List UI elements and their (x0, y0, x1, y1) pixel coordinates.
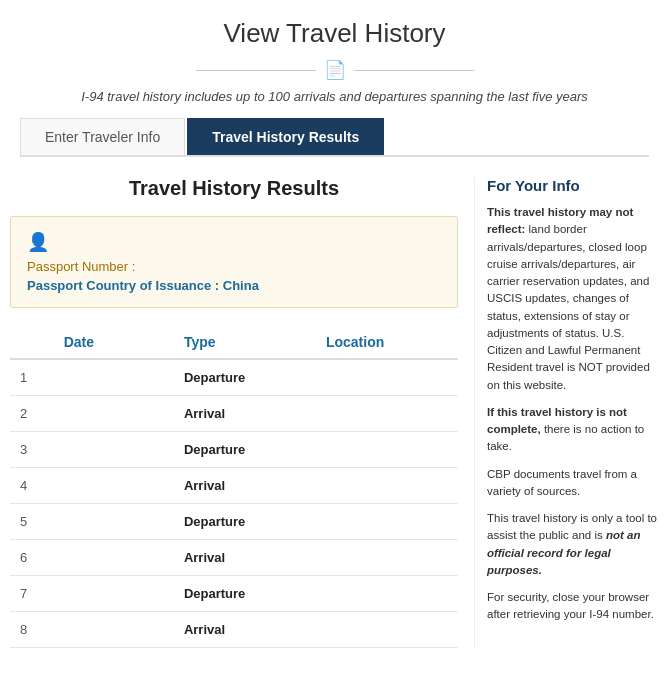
passport-country-row: Passport Country of Issuance : China (27, 278, 441, 293)
table-col-num (10, 326, 54, 359)
table-cell-type: Arrival (174, 396, 316, 432)
table-row: 5 Departure (10, 504, 458, 540)
table-col-location: Location (316, 326, 458, 359)
for-info-p2-bold: If this travel history is not complete, (487, 406, 627, 435)
table-row: 8 Arrival (10, 612, 458, 648)
table-cell-num: 4 (10, 468, 54, 504)
table-row: 1 Departure (10, 359, 458, 396)
table-cell-num: 8 (10, 612, 54, 648)
traveler-info-card: 👤 Passport Number : Passport Country of … (10, 216, 458, 308)
page-container: View Travel History 📄 I-94 travel histor… (0, 0, 669, 668)
for-info-p5: For security, close your browser after r… (487, 589, 659, 624)
table-cell-date (54, 612, 174, 648)
for-info-p2: If this travel history is not complete, … (487, 404, 659, 456)
table-cell-num: 5 (10, 504, 54, 540)
table-row: 2 Arrival (10, 396, 458, 432)
table-cell-type: Departure (174, 504, 316, 540)
travel-history-table: Date Type Location 1 Departure 2 Arrival… (10, 326, 458, 648)
person-icon: 👤 (27, 231, 441, 253)
not-official-text: not an official record for legal purpose… (487, 529, 640, 576)
table-cell-date (54, 468, 174, 504)
table-row: 4 Arrival (10, 468, 458, 504)
table-col-type: Type (174, 326, 316, 359)
table-cell-num: 7 (10, 576, 54, 612)
table-cell-location (316, 540, 458, 576)
table-cell-type: Departure (174, 359, 316, 396)
left-panel: Travel History Results 👤 Passport Number… (10, 177, 474, 648)
section-title: Travel History Results (10, 177, 458, 200)
passport-country-label: Passport Country of Issuance : (27, 278, 219, 293)
table-cell-date (54, 576, 174, 612)
table-cell-date (54, 432, 174, 468)
for-info-p3: CBP documents travel from a variety of s… (487, 466, 659, 501)
table-cell-type: Departure (174, 576, 316, 612)
document-icon: 📄 (324, 59, 346, 81)
header-subtitle: I-94 travel history includes up to 100 a… (20, 89, 649, 104)
table-cell-location (316, 359, 458, 396)
table-cell-date (54, 540, 174, 576)
right-panel: For Your Info This travel history may no… (474, 177, 659, 648)
main-layout: Travel History Results 👤 Passport Number… (0, 157, 669, 668)
table-cell-type: Arrival (174, 612, 316, 648)
table-cell-location (316, 432, 458, 468)
table-cell-date (54, 504, 174, 540)
table-row: 6 Arrival (10, 540, 458, 576)
table-cell-type: Departure (174, 432, 316, 468)
table-col-date: Date (54, 326, 174, 359)
page-title: View Travel History (20, 18, 649, 49)
table-cell-num: 3 (10, 432, 54, 468)
header-line-left (196, 70, 316, 71)
table-cell-location (316, 504, 458, 540)
passport-country-value: China (223, 278, 259, 293)
table-cell-date (54, 396, 174, 432)
table-cell-type: Arrival (174, 468, 316, 504)
for-info-p1-bold: This travel history may not reflect: (487, 206, 633, 235)
table-row: 3 Departure (10, 432, 458, 468)
table-cell-location (316, 468, 458, 504)
header-line-right (354, 70, 474, 71)
passport-number-label: Passport Number : (27, 259, 441, 274)
table-cell-type: Arrival (174, 540, 316, 576)
table-cell-date (54, 359, 174, 396)
table-cell-location (316, 576, 458, 612)
table-cell-location (316, 612, 458, 648)
for-info-p4: This travel history is only a tool to as… (487, 510, 659, 579)
for-info-p1: This travel history may not reflect: lan… (487, 204, 659, 394)
header-divider: 📄 (20, 59, 649, 81)
table-cell-num: 6 (10, 540, 54, 576)
page-header: View Travel History 📄 I-94 travel histor… (0, 0, 669, 104)
table-header-row: Date Type Location (10, 326, 458, 359)
table-row: 7 Departure (10, 576, 458, 612)
table-cell-num: 2 (10, 396, 54, 432)
tab-enter-traveler-info[interactable]: Enter Traveler Info (20, 118, 185, 155)
tab-travel-history-results[interactable]: Travel History Results (187, 118, 384, 155)
table-cell-num: 1 (10, 359, 54, 396)
table-cell-location (316, 396, 458, 432)
tab-bar: Enter Traveler Info Travel History Resul… (20, 118, 649, 157)
for-info-title: For Your Info (487, 177, 659, 194)
